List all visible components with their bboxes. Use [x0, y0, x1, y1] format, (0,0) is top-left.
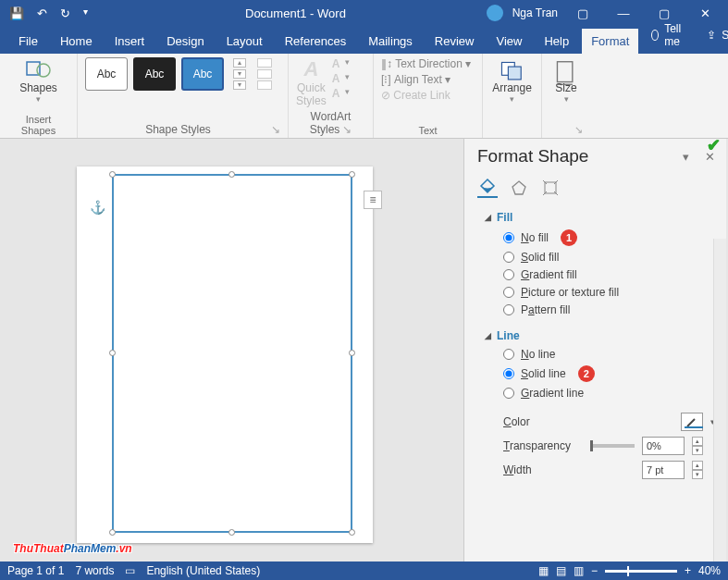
zoom-slider[interactable] [605, 570, 677, 573]
quick-access-toolbar: 💾 ↶ ↻ ▾ [0, 6, 97, 20]
shape-style-1[interactable]: Abc [85, 57, 128, 91]
word-count[interactable]: 7 words [75, 564, 114, 577]
section-fill[interactable]: ◢Fill [485, 211, 715, 224]
shape-style-3[interactable]: Abc [181, 57, 224, 91]
opt-solid-fill[interactable]: Solid fill [503, 251, 715, 264]
opt-no-line[interactable]: No line [503, 348, 715, 361]
user-name: Nga Tran [512, 6, 558, 19]
avatar[interactable] [487, 5, 503, 21]
tab-design[interactable]: Design [157, 29, 213, 54]
opt-picture-fill[interactable]: Picture or texture fill [503, 286, 715, 299]
shape-style-2[interactable]: Abc [133, 57, 176, 91]
pane-menu-icon[interactable]: ▾ [683, 150, 689, 164]
group-shape-styles: Shape Styles ↘ [85, 120, 280, 136]
width-spinner[interactable]: ▴▾ [692, 461, 703, 479]
opt-gradient-fill[interactable]: Gradient fill [503, 268, 715, 281]
save-icon[interactable]: 💾 [9, 6, 24, 20]
language[interactable]: English (United States) [146, 564, 260, 577]
zoom-level[interactable]: 40% [698, 564, 721, 577]
resize-handle[interactable] [228, 529, 235, 536]
color-label: Color [503, 415, 572, 428]
opt-solid-line[interactable]: Solid line2 [503, 365, 715, 382]
size-button[interactable]: Size▾ [549, 57, 583, 104]
effects-tab-icon[interactable] [509, 178, 529, 198]
selected-shape[interactable] [112, 174, 352, 533]
size-props-tab-icon[interactable] [540, 178, 561, 198]
resize-handle[interactable] [228, 171, 235, 178]
svg-rect-3 [508, 67, 521, 80]
pane-title: Format Shape [477, 146, 588, 167]
tell-me[interactable]: Tell me [642, 17, 694, 54]
tab-mailings[interactable]: Mailings [359, 29, 422, 54]
web-layout-icon[interactable]: ▥ [574, 564, 584, 577]
tab-file[interactable]: File [9, 29, 47, 54]
svg-point-1 [37, 64, 50, 77]
opt-pattern-fill[interactable]: Pattern fill [503, 303, 715, 316]
width-label: Width [503, 463, 583, 476]
arrange-icon [499, 59, 526, 80]
transparency-label: Transparency [503, 439, 583, 452]
ribbon-display-icon[interactable]: ▢ [567, 6, 598, 20]
share-button[interactable]: ⇪Share [697, 17, 728, 54]
tab-help[interactable]: Help [535, 29, 578, 54]
section-line[interactable]: ◢Line [485, 329, 715, 342]
transparency-slider[interactable] [590, 444, 635, 448]
align-text[interactable]: [⁝] Align Text ▾ [381, 73, 475, 86]
read-mode-icon[interactable]: ▦ [538, 564, 549, 577]
arrange-button[interactable]: Arrange▾ [490, 57, 534, 104]
quick-styles: A Quick Styles [296, 57, 327, 107]
share-icon: ⇪ [707, 29, 716, 42]
minimize-icon[interactable]: — [608, 6, 639, 20]
shape-fill-outline-effects[interactable] [257, 58, 272, 90]
undo-icon[interactable]: ↶ [37, 6, 47, 20]
svg-rect-4 [557, 62, 572, 82]
transparency-spinner[interactable]: ▴▾ [692, 437, 703, 455]
resize-handle[interactable] [349, 171, 355, 178]
layout-options-icon[interactable]: ≡ [364, 191, 382, 209]
opt-gradient-line[interactable]: Gradient line [503, 387, 715, 400]
tab-review[interactable]: Review [426, 29, 484, 54]
ribbon-tabs: File Home Insert Design Layout Reference… [0, 26, 728, 54]
callout-2: 2 [578, 365, 595, 382]
page-count[interactable]: Page 1 of 1 [7, 564, 64, 577]
page[interactable]: ⚓ ≡ [77, 167, 373, 543]
format-shape-pane: Format Shape ▾ ✕ ◢Fill No fill1 Solid fi… [463, 139, 726, 563]
tab-home[interactable]: Home [51, 29, 102, 54]
transparency-value[interactable]: 0% [642, 437, 685, 455]
group-wordart: WordArt Styles ↘ [296, 107, 365, 136]
proofing-icon[interactable]: ▭ [125, 564, 135, 577]
zoom-out-icon[interactable]: − [591, 564, 598, 577]
width-value[interactable]: 7 pt [642, 461, 685, 479]
tab-insert[interactable]: Insert [105, 29, 154, 54]
shapes-icon [25, 59, 53, 80]
check-icon: ✔ [707, 135, 721, 155]
title-bar: 💾 ↶ ↻ ▾ Document1 - Word Nga Tran ▢ — ▢ … [0, 0, 728, 26]
pane-scrollbar[interactable] [713, 239, 726, 563]
redo-icon[interactable]: ↻ [60, 6, 70, 20]
print-layout-icon[interactable]: ▤ [556, 564, 566, 577]
text-direction[interactable]: ‖↕ Text Direction ▾ [381, 57, 475, 70]
tab-format[interactable]: Format [582, 29, 638, 54]
shapes-button[interactable]: Shapes ▾ [7, 57, 69, 104]
size-icon [552, 59, 580, 80]
resize-handle[interactable] [109, 171, 116, 178]
resize-handle[interactable] [109, 350, 116, 356]
resize-handle[interactable] [349, 350, 355, 356]
document-title: Document1 - Word [245, 6, 346, 20]
create-link: ⊘ Create Link [381, 89, 475, 102]
qat-more-icon[interactable]: ▾ [83, 6, 88, 20]
style-scroll[interactable]: ▴▾▾ [233, 58, 246, 90]
tab-layout[interactable]: Layout [217, 29, 272, 54]
tab-references[interactable]: References [276, 29, 355, 54]
group-text: Text [381, 122, 475, 136]
color-picker[interactable] [681, 413, 703, 431]
group-insert-shapes: Insert Shapes [7, 111, 69, 136]
resize-handle[interactable] [349, 529, 355, 536]
fill-line-tab-icon[interactable] [477, 178, 498, 198]
wordart-options: A▾ A▾ A▾ [332, 57, 354, 107]
tab-view[interactable]: View [487, 29, 531, 54]
callout-1: 1 [561, 229, 577, 246]
zoom-in-icon[interactable]: + [685, 564, 691, 577]
opt-no-fill[interactable]: No fill1 [503, 229, 715, 246]
status-bar: Page 1 of 1 7 words ▭ English (United St… [0, 561, 728, 580]
